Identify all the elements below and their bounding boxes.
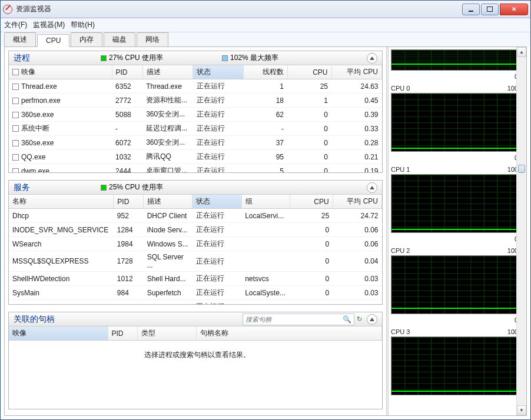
svc-cpu-text: 25% CPU 使用率: [109, 182, 163, 192]
tabbar: 概述 CPU 内存 磁盘 网络: [1, 32, 530, 46]
right-pane: 0% CPU 0100% 0% CPU 1100% 0% CPU 2100% 0…: [389, 47, 526, 415]
max-freq-text: 102% 最大频率: [230, 53, 278, 63]
col-pid[interactable]: PID: [108, 326, 137, 341]
row-checkbox[interactable]: [12, 125, 19, 132]
row-checkbox[interactable]: [12, 140, 19, 146]
overview-pct: 0%: [391, 73, 524, 80]
col-name[interactable]: 名称: [9, 195, 114, 209]
cpu-overview-chart: [391, 49, 524, 71]
col-status[interactable]: 状态: [193, 65, 243, 79]
close-button[interactable]: [500, 4, 528, 15]
window-title: 资源监视器: [16, 4, 51, 14]
processes-title: 进程: [14, 53, 30, 64]
maximize-button[interactable]: [481, 4, 499, 15]
minimize-button[interactable]: [462, 4, 480, 15]
table-row[interactable]: QQ.exe1032腾讯QQ正在运行9500.21: [9, 150, 382, 164]
table-row[interactable]: Dhcp952DHCP Client正在运行LocalServi...2524.…: [9, 209, 382, 223]
col-type[interactable]: 类型: [137, 326, 196, 341]
tab-cpu[interactable]: CPU: [37, 34, 69, 47]
col-threads[interactable]: 线程数: [243, 65, 287, 79]
cpu1-pct: 0%: [391, 235, 524, 242]
tab-network[interactable]: 网络: [137, 32, 168, 46]
menu-help[interactable]: 帮助(H): [71, 20, 95, 30]
col-desc[interactable]: 描述: [142, 65, 193, 79]
collapse-icon[interactable]: [367, 314, 377, 325]
right-scrollbar[interactable]: ▲ ▼: [516, 47, 526, 415]
handles-title: 关联的句柄: [14, 314, 55, 325]
services-section: 服务 25% CPU 使用率 名称 PID 描述 状态 组: [8, 180, 383, 305]
services-table: 名称 PID 描述 状态 组 CPU 平均 CPU Dhcp952DHCP Cl…: [9, 195, 382, 304]
services-title: 服务: [14, 182, 30, 193]
table-row[interactable]: 360se.exe6072360安全浏...正在运行3700.28: [9, 136, 382, 150]
services-header[interactable]: 服务 25% CPU 使用率: [9, 181, 382, 195]
col-name[interactable]: 句柄名称: [196, 326, 382, 341]
processes-table: 映像 PID 描述 状态 线程数 CPU 平均 CPU Thread.exe63…: [9, 65, 382, 172]
scroll-thumb[interactable]: [518, 165, 525, 173]
handles-placeholder: 选择进程或搜索句柄以查看结果。: [9, 341, 382, 369]
col-pid[interactable]: PID: [112, 65, 142, 79]
table-row[interactable]: ShellHWDetection1012Shell Hard...正在运行net…: [9, 272, 382, 286]
svc-cpu-swatch: [101, 185, 107, 191]
table-row[interactable]: PlugPlay740Plug and P...正在运行DcomLau...00…: [9, 300, 382, 305]
collapse-icon[interactable]: [367, 53, 377, 64]
col-cpu[interactable]: CPU: [287, 65, 331, 79]
max-freq-swatch: [222, 55, 228, 61]
cpu2-chart: [391, 255, 524, 314]
tab-memory[interactable]: 内存: [71, 32, 102, 46]
checkbox-all[interactable]: [12, 69, 19, 75]
handles-search-input[interactable]: [245, 316, 343, 323]
col-desc[interactable]: 描述: [144, 195, 193, 209]
col-cpu[interactable]: CPU: [290, 195, 333, 209]
cpu2-label: CPU 2: [391, 247, 410, 254]
processes-header[interactable]: 进程 27% CPU 使用率 102% 最大频率: [9, 51, 382, 65]
handles-search-box: 🔍: [243, 314, 354, 325]
cpu1-label: CPU 1: [391, 166, 410, 173]
cpu3-chart: [391, 336, 524, 395]
col-group[interactable]: 组: [241, 195, 290, 209]
cpu-usage-text: 27% CPU 使用率: [109, 53, 163, 63]
row-checkbox[interactable]: [12, 154, 19, 161]
row-checkbox[interactable]: [12, 168, 19, 172]
menu-file[interactable]: 文件(F): [4, 20, 27, 30]
table-row[interactable]: 系统中断-延迟过程调...正在运行-00.33: [9, 122, 382, 136]
handles-table: 映像 PID 类型 句柄名称: [9, 326, 382, 341]
col-avgcpu[interactable]: 平均 CPU: [333, 195, 381, 209]
tab-overview[interactable]: 概述: [4, 32, 36, 46]
cpu-usage-swatch: [101, 55, 107, 61]
scroll-down-icon[interactable]: ▼: [517, 405, 526, 415]
tab-content: 进程 27% CPU 使用率 102% 最大频率 映像: [4, 46, 527, 416]
collapse-icon[interactable]: [367, 182, 377, 193]
cpu0-label: CPU 0: [391, 85, 410, 92]
table-row[interactable]: MSSQL$SQLEXPRESS1728SQL Server ...正在运行00…: [9, 251, 382, 272]
cpu1-chart: [391, 174, 524, 233]
col-pid[interactable]: PID: [114, 195, 144, 209]
processes-section: 进程 27% CPU 使用率 102% 最大频率 映像: [8, 51, 383, 173]
cpu2-pct: 0%: [391, 316, 524, 324]
col-avgcpu[interactable]: 平均 CPU: [331, 65, 381, 79]
table-row[interactable]: INODE_SVR_MNG_SERVICE1284iNode Serv...正在…: [9, 223, 382, 237]
col-status[interactable]: 状态: [193, 195, 241, 209]
menubar: 文件(F) 监视器(M) 帮助(H): [1, 18, 530, 32]
app-icon: [3, 5, 12, 14]
table-row[interactable]: SysMain984Superfetch正在运行LocalSyste...00.…: [9, 286, 382, 300]
table-row[interactable]: perfmon.exe2772资源和性能...正在运行1810.45: [9, 94, 382, 108]
menu-monitor[interactable]: 监视器(M): [33, 20, 65, 30]
handles-header[interactable]: 关联的句柄 🔍 ↻: [9, 312, 382, 326]
refresh-icon[interactable]: ↻: [357, 315, 362, 323]
table-row[interactable]: Thread.exe6352Thread.exe正在运行12524.63: [9, 79, 382, 94]
cpu3-label: CPU 3: [391, 328, 410, 335]
row-checkbox[interactable]: [12, 84, 19, 90]
tab-disk[interactable]: 磁盘: [104, 32, 135, 46]
scroll-up-icon[interactable]: ▲: [517, 47, 526, 57]
search-icon[interactable]: 🔍: [343, 315, 351, 324]
col-image[interactable]: 映像: [21, 68, 35, 76]
titlebar[interactable]: 资源监视器: [1, 1, 530, 18]
left-pane: 进程 27% CPU 使用率 102% 最大频率 映像: [5, 47, 386, 415]
table-row[interactable]: 360se.exe5088360安全浏...正在运行6200.39: [9, 108, 382, 122]
table-row[interactable]: dwm.exe2444桌面窗口管...正在运行500.19: [9, 164, 382, 173]
row-checkbox[interactable]: [12, 98, 19, 104]
table-row[interactable]: WSearch1984Windows S...正在运行00.06: [9, 237, 382, 251]
col-image[interactable]: 映像: [9, 326, 108, 341]
cpu0-chart: [391, 93, 524, 152]
row-checkbox[interactable]: [12, 112, 19, 118]
